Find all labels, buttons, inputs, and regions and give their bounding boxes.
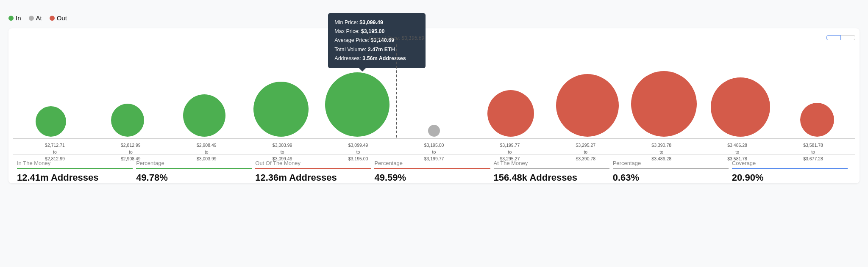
price-label: $2,908.49to$3,003.99 xyxy=(169,142,245,162)
bubble-col xyxy=(779,103,855,138)
stat-value-0: 12.41m Addresses xyxy=(17,172,133,183)
stat-group-4: At The Money156.48k Addresses xyxy=(494,160,613,183)
price-label: $3,195.00to$3,199.77 xyxy=(396,142,472,162)
legend-item-in: In xyxy=(8,14,21,22)
bubble-col xyxy=(472,90,549,138)
bubble-6[interactable] xyxy=(487,90,534,137)
legend-item-at: At xyxy=(29,14,42,22)
price-label: $2,712.71to$2,812.99 xyxy=(17,142,93,162)
addresses-toggle[interactable] xyxy=(826,35,841,40)
bubble-col xyxy=(549,74,626,138)
bubble-4[interactable]: Min Price: $3,099.49Max Price: $3,195.00… xyxy=(325,72,389,137)
stat-group-0: In The Money12.41m Addresses xyxy=(17,160,136,183)
price-label: $3,581.78to$3,677.28 xyxy=(775,142,851,162)
stat-group-2: Out Of The Money12.36m Addresses xyxy=(255,160,374,183)
bubble-10[interactable] xyxy=(800,103,834,137)
stat-group-6: Coverage20.90% xyxy=(732,160,851,183)
price-labels: $2,712.71to$2,812.99$2,812.99to$2,908.49… xyxy=(13,140,855,162)
bubble-col xyxy=(13,106,89,138)
stat-value-2: 12.36m Addresses xyxy=(255,172,371,183)
stat-group-1: Percentage49.78% xyxy=(136,160,255,183)
stat-group-5: Percentage0.63% xyxy=(613,160,732,183)
bubble-7[interactable] xyxy=(556,74,619,137)
volume-toggle[interactable] xyxy=(841,35,855,40)
bubble-col xyxy=(396,125,473,138)
price-label: $3,486.28to$3,581.78 xyxy=(699,142,775,162)
price-label: $3,199.77to$3,295.27 xyxy=(472,142,548,162)
price-label: $3,099.49to$3,195.00 xyxy=(320,142,396,162)
stat-group-3: Percentage49.59% xyxy=(374,160,493,183)
price-label: $2,812.99to$2,908.49 xyxy=(93,142,169,162)
legend-label-at: At xyxy=(36,14,42,22)
bubble-col xyxy=(626,71,702,138)
tooltip-arrow xyxy=(359,68,366,72)
bubble-col xyxy=(242,82,319,138)
price-label: $3,295.27to$3,390.78 xyxy=(548,142,623,162)
stat-value-5: 0.63% xyxy=(613,172,729,183)
legend-item-out: Out xyxy=(50,14,67,22)
bubble-5[interactable] xyxy=(428,125,440,137)
legend-dot-out xyxy=(50,16,55,21)
bubble-2[interactable] xyxy=(183,94,225,137)
legend-label-out: Out xyxy=(57,14,67,22)
stat-value-1: 49.78% xyxy=(136,172,252,183)
bubble-1[interactable] xyxy=(111,104,144,137)
bubble-col xyxy=(166,94,242,138)
chart-area: Min Price: $3,099.49Max Price: $3,195.00… xyxy=(13,44,855,146)
current-price-label: Current Price: $3,195.69 xyxy=(369,35,424,41)
bubble-col: Min Price: $3,099.49Max Price: $3,195.00… xyxy=(319,72,396,138)
legend: InAtOut xyxy=(8,14,860,22)
stat-value-3: 49.59% xyxy=(374,172,490,183)
bubble-col xyxy=(702,77,779,138)
legend-dot-in xyxy=(8,16,14,21)
legend-label-in: In xyxy=(16,14,21,22)
bubble-0[interactable] xyxy=(36,106,66,137)
toggle-buttons xyxy=(13,35,855,40)
bubble-9[interactable] xyxy=(711,77,770,137)
legend-dot-at xyxy=(29,16,34,21)
bubble-col xyxy=(89,104,166,138)
current-price-line: Current Price: $3,195.69 xyxy=(396,44,397,138)
stat-value-6: 20.90% xyxy=(732,172,848,183)
stat-value-4: 156.48k Addresses xyxy=(494,172,609,183)
bubble-3[interactable] xyxy=(253,82,309,137)
price-label: $3,003.99to$3,099.49 xyxy=(245,142,320,162)
chart-wrapper: Min Price: $3,099.49Max Price: $3,195.00… xyxy=(8,28,860,183)
price-label: $3,390.78to$3,486.28 xyxy=(623,142,699,162)
bubble-8[interactable] xyxy=(631,71,697,137)
